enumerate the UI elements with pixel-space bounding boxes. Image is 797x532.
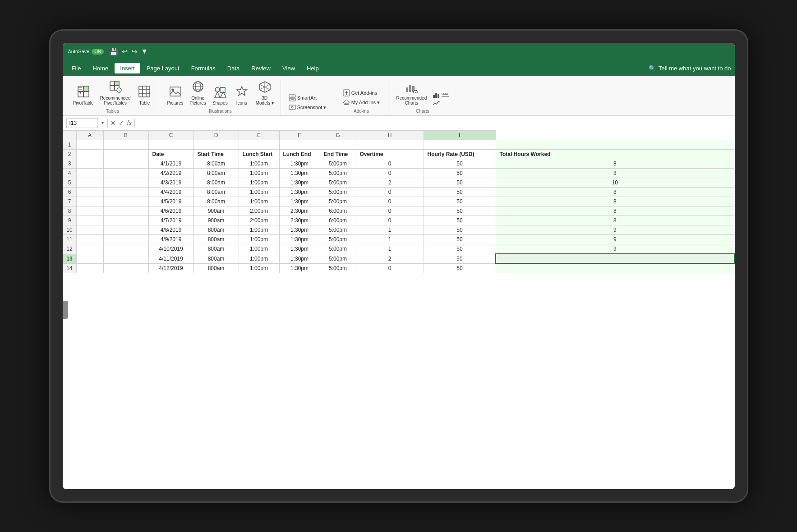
row-header-7[interactable]: 7 bbox=[63, 197, 76, 206]
cell[interactable]: 0 bbox=[356, 206, 424, 216]
cell[interactable]: 1:00pm bbox=[239, 169, 279, 178]
col-header-d[interactable]: D bbox=[193, 131, 239, 140]
menu-home[interactable]: Home bbox=[87, 63, 114, 73]
row-header-8[interactable]: 8 bbox=[63, 206, 76, 216]
cell[interactable] bbox=[76, 178, 103, 188]
cell[interactable] bbox=[76, 169, 103, 178]
ribbon-btn-smartart[interactable]: SmartArt bbox=[286, 93, 329, 102]
col-header-h[interactable]: H bbox=[356, 131, 424, 140]
cell[interactable]: 0 bbox=[356, 169, 424, 178]
cell[interactable]: 5:00pm bbox=[320, 235, 356, 244]
cell[interactable] bbox=[103, 178, 148, 188]
row-header-12[interactable]: 12 bbox=[63, 244, 76, 254]
ribbon-btn-icons[interactable]: Icons bbox=[232, 84, 252, 107]
cell[interactable]: Start Time bbox=[193, 150, 239, 159]
cell[interactable]: 50 bbox=[424, 206, 496, 216]
cell[interactable]: 1:30pm bbox=[279, 244, 320, 254]
cell[interactable]: 50 bbox=[424, 244, 496, 254]
col-header-g[interactable]: G bbox=[320, 131, 356, 140]
cell[interactable] bbox=[103, 159, 148, 169]
ribbon-btn-shapes[interactable]: Shapes bbox=[210, 84, 230, 107]
cell[interactable]: 800am bbox=[193, 263, 239, 273]
cell[interactable]: 4/4/2019 bbox=[148, 188, 193, 197]
cell[interactable] bbox=[103, 216, 148, 225]
cell[interactable]: 4/1/2019 bbox=[148, 159, 193, 169]
cell[interactable]: Lunch Start bbox=[239, 150, 279, 159]
cell[interactable]: 4/12/2019 bbox=[148, 263, 193, 273]
menu-data[interactable]: Data bbox=[222, 63, 245, 73]
cell[interactable]: 50 bbox=[424, 235, 496, 244]
cell[interactable] bbox=[76, 150, 103, 159]
save-icon[interactable]: 💾 bbox=[109, 47, 118, 56]
cell[interactable]: 1:00pm bbox=[239, 254, 279, 263]
cell[interactable]: 5:00pm bbox=[320, 178, 356, 188]
row-header-11[interactable]: 11 bbox=[63, 235, 76, 244]
cell[interactable]: 2:00pm bbox=[239, 206, 279, 216]
cell[interactable]: 1 bbox=[356, 235, 424, 244]
cell[interactable]: 50 bbox=[424, 216, 496, 225]
cell[interactable]: 6:00pm bbox=[320, 216, 356, 225]
ribbon-btn-recommended-pivottables[interactable]: ? RecommendedPivotTables bbox=[98, 79, 133, 107]
cell[interactable]: Date bbox=[148, 150, 193, 159]
cell[interactable]: 900am bbox=[193, 206, 239, 216]
col-header-e[interactable]: E bbox=[239, 131, 279, 140]
ribbon-btn-3d-models[interactable]: 3DModels ▾ bbox=[253, 79, 276, 107]
cell[interactable]: 5:00pm bbox=[320, 244, 356, 254]
cell[interactable]: 0 bbox=[356, 197, 424, 206]
cell[interactable]: 1:00pm bbox=[239, 188, 279, 197]
formula-input[interactable] bbox=[138, 119, 731, 126]
cell[interactable] bbox=[279, 140, 320, 150]
row-header-1[interactable]: 1 bbox=[63, 140, 76, 150]
cell[interactable]: 800am bbox=[193, 225, 239, 235]
cell[interactable]: 5:00pm bbox=[320, 169, 356, 178]
menu-formulas[interactable]: Formulas bbox=[186, 63, 221, 73]
cell[interactable]: End Time bbox=[320, 150, 356, 159]
ribbon-btn-get-addins[interactable]: Get Add-ins bbox=[341, 88, 382, 97]
row-header-13[interactable]: 13 bbox=[63, 254, 76, 263]
cell[interactable]: 1:30pm bbox=[279, 159, 320, 169]
customize-icon[interactable]: ▼ bbox=[141, 47, 148, 55]
cell[interactable]: 50 bbox=[424, 178, 496, 188]
menu-view[interactable]: View bbox=[277, 63, 300, 73]
cell[interactable]: 8:00am bbox=[193, 169, 239, 178]
cell[interactable] bbox=[103, 188, 148, 197]
cancel-formula-btn[interactable]: ✕ bbox=[111, 119, 116, 127]
ribbon-btn-my-addins[interactable]: My Add-ins ▾ bbox=[341, 98, 382, 107]
cell[interactable]: 4/6/2019 bbox=[148, 206, 193, 216]
cell[interactable]: 8 bbox=[496, 216, 734, 225]
cell[interactable] bbox=[356, 140, 424, 150]
cell[interactable] bbox=[496, 263, 734, 273]
row-header-4[interactable]: 4 bbox=[63, 169, 76, 178]
cell[interactable]: 1:00pm bbox=[239, 178, 279, 188]
cell[interactable]: 5:00pm bbox=[320, 254, 356, 263]
cell[interactable]: 1:30pm bbox=[279, 169, 320, 178]
function-btn[interactable]: fx bbox=[127, 119, 132, 127]
row-header-6[interactable]: 6 bbox=[63, 188, 76, 197]
cell[interactable] bbox=[76, 188, 103, 197]
menu-review[interactable]: Review bbox=[246, 63, 276, 73]
cell[interactable]: 8 bbox=[496, 169, 734, 178]
spreadsheet-wrapper[interactable]: A B C D E F G H I 12DateStart TimeLunch … bbox=[63, 130, 735, 489]
cell[interactable]: 8:00am bbox=[193, 178, 239, 188]
cell[interactable]: 4/11/2019 bbox=[148, 254, 193, 263]
cell[interactable]: 5:00pm bbox=[320, 159, 356, 169]
cell[interactable]: 1:30pm bbox=[279, 225, 320, 235]
ribbon-btn-table[interactable]: Table bbox=[134, 84, 154, 107]
cell[interactable]: 1:00pm bbox=[239, 225, 279, 235]
cell[interactable] bbox=[76, 140, 103, 150]
cell[interactable]: 2:30pm bbox=[279, 206, 320, 216]
cell[interactable]: 5:00pm bbox=[320, 197, 356, 206]
cell[interactable]: 2:30pm bbox=[279, 216, 320, 225]
cell[interactable]: 8:00am bbox=[193, 188, 239, 197]
cell[interactable]: 1:00pm bbox=[239, 263, 279, 273]
cell[interactable]: 50 bbox=[424, 263, 496, 273]
row-header-14[interactable]: 14 bbox=[63, 263, 76, 273]
cell[interactable]: Total Hours Worked bbox=[496, 150, 734, 159]
cell[interactable]: 2 bbox=[356, 254, 424, 263]
row-header-5[interactable]: 5 bbox=[63, 178, 76, 188]
cell[interactable] bbox=[76, 254, 103, 263]
menu-help[interactable]: Help bbox=[301, 63, 324, 73]
menu-file[interactable]: File bbox=[66, 63, 87, 73]
cell[interactable] bbox=[103, 206, 148, 216]
cell[interactable] bbox=[424, 140, 496, 150]
